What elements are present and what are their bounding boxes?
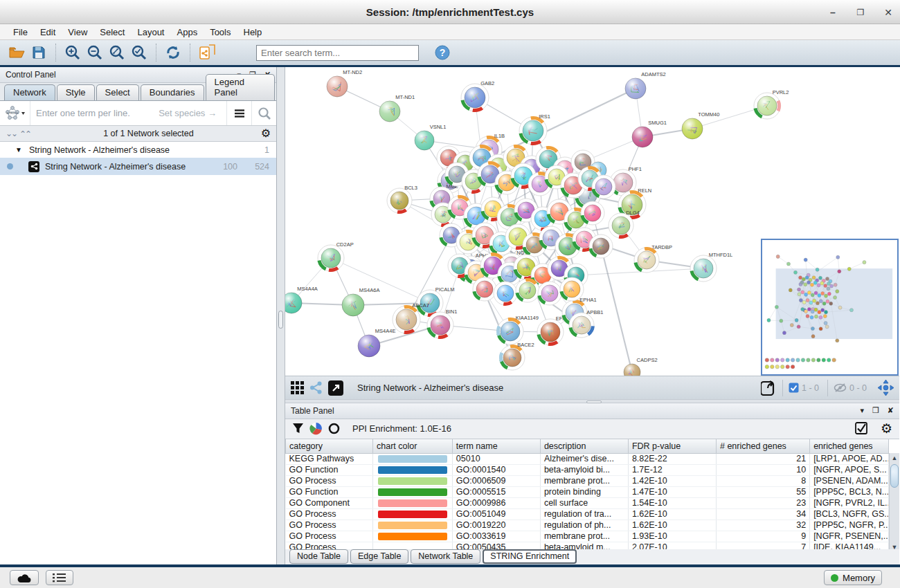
refresh-button[interactable]	[162, 42, 184, 63]
menu-item-select[interactable]: Select	[93, 26, 131, 39]
table-row[interactable]: GO ProcessGO:0019220regulation of ph...1…	[286, 520, 889, 531]
network-node[interactable]: MTHFD1L	[690, 252, 732, 282]
selected-checkbox-icon[interactable]	[789, 383, 799, 393]
collapse-triangle-icon[interactable]: ▼	[15, 146, 22, 154]
close-button[interactable]: ✕	[882, 7, 894, 18]
string-search-button[interactable]	[251, 101, 276, 125]
tab-network[interactable]: Network	[4, 84, 55, 100]
menu-item-help[interactable]: Help	[237, 26, 269, 39]
zoom-out-button[interactable]	[84, 42, 106, 63]
network-node[interactable]: ABCA7	[393, 302, 429, 333]
menu-item-tools[interactable]: Tools	[204, 26, 237, 39]
string-share-button[interactable]	[309, 381, 323, 394]
network-node[interactable]	[589, 235, 613, 258]
menu-item-apps[interactable]: Apps	[171, 26, 204, 39]
column-header-chart-color[interactable]: chart color	[373, 439, 453, 453]
network-node[interactable]: CD2AP	[318, 241, 354, 271]
cloud-sync-button[interactable]	[10, 570, 39, 585]
table-row[interactable]: KEGG Pathways05010Alzheimer's dise...8.8…	[286, 453, 889, 464]
network-node[interactable]: GAB2	[461, 80, 494, 111]
tab-legend-panel[interactable]: Legend Panel	[206, 74, 275, 100]
help-button[interactable]: ?	[431, 42, 453, 63]
network-node[interactable]: KIAA1149	[497, 315, 539, 344]
export-network-button[interactable]	[196, 42, 218, 63]
open-session-button[interactable]	[6, 42, 28, 63]
string-query-input[interactable]: Enter one term per line.	[30, 108, 159, 118]
network-node[interactable]: BCL3	[387, 185, 417, 213]
tab-string-enrichment[interactable]: STRING Enrichment	[483, 549, 577, 564]
birdseye-toggle-button[interactable]	[878, 380, 894, 396]
network-node[interactable]	[516, 279, 539, 302]
minimize-button[interactable]: –	[827, 7, 839, 18]
save-session-button[interactable]	[28, 42, 50, 63]
panel-splitter-horizontal[interactable]	[285, 399, 899, 403]
tab-network-table[interactable]: Network Table	[411, 549, 480, 564]
export-view-button[interactable]	[761, 380, 777, 396]
scroll-up-arrow[interactable]: ▲	[890, 453, 899, 463]
expand-all-icon[interactable]: ⌄⌄	[6, 129, 17, 138]
column-header-term-name[interactable]: term name	[452, 439, 540, 453]
menu-item-file[interactable]: File	[7, 26, 34, 39]
tab-node-table[interactable]: Node Table	[289, 549, 348, 564]
tab-edge-table[interactable]: Edge Table	[350, 549, 408, 564]
table-row[interactable]: GO FunctionGO:0001540beta-amyloid bi...1…	[286, 464, 889, 475]
task-history-button[interactable]	[46, 570, 73, 585]
table-row[interactable]: GO ProcessGO:0051049regulation of tra...…	[286, 508, 889, 520]
network-node[interactable]	[494, 282, 517, 305]
string-options-button[interactable]	[226, 101, 251, 125]
zoom-selected-button[interactable]	[128, 42, 150, 63]
clear-charts-button[interactable]	[328, 423, 340, 434]
birdseye-view[interactable]	[761, 239, 899, 376]
collapse-all-icon[interactable]: ⌄⌄	[21, 129, 32, 138]
zoom-fit-button[interactable]	[106, 42, 128, 63]
table-row[interactable]: GO ProcessGO:0033619membrane prot...1.93…	[286, 531, 889, 542]
network-node[interactable]	[473, 277, 496, 301]
enrichment-settings-gear-icon[interactable]: ⚙	[881, 422, 892, 435]
open-in-string-button[interactable]	[328, 380, 343, 396]
network-node[interactable]: DLG4	[609, 210, 640, 238]
search-input[interactable]	[256, 45, 419, 61]
menu-item-layout[interactable]: Layout	[131, 26, 170, 39]
maximize-button[interactable]: ❐	[854, 8, 867, 17]
network-node[interactable]: MS4A4A	[285, 286, 318, 313]
table-row[interactable]: GO FunctionGO:0005515protein binding1.47…	[286, 486, 889, 497]
network-node[interactable]: IRS1	[519, 113, 550, 145]
close-panel-icon[interactable]: ✘	[888, 406, 894, 415]
scroll-thumb[interactable]	[890, 464, 899, 488]
network-node[interactable]	[538, 282, 561, 305]
network-collection-row[interactable]: ▼ String Network - Alzheimer's disease 1	[0, 142, 276, 158]
network-node[interactable]	[560, 277, 584, 301]
tab-boundaries[interactable]: Boundaries	[141, 84, 204, 100]
network-node[interactable]	[581, 201, 604, 225]
network-node[interactable]: MT-ND1	[379, 94, 415, 122]
grid-view-button[interactable]	[291, 381, 304, 394]
string-protein-query-dropdown[interactable]: STRING	[0, 101, 30, 125]
table-row[interactable]: GO ProcessGO:0006509membrane prot...1.42…	[286, 475, 889, 486]
column-header-FDR-p-value[interactable]: FDR p-value	[628, 439, 716, 453]
table-row[interactable]: GO ProcessGO:0050435beta-amyloid m...2.0…	[286, 542, 889, 549]
birdseye-viewport[interactable]	[776, 268, 893, 339]
hidden-eye-icon[interactable]	[834, 383, 847, 393]
network-row-selected[interactable]: String Network - Alzheimer's disease 100…	[0, 158, 276, 175]
select-rows-button[interactable]	[855, 422, 868, 435]
splitter-grip[interactable]	[586, 401, 602, 403]
memory-button[interactable]: Memory	[824, 570, 882, 585]
network-node[interactable]: PVRL2	[754, 89, 789, 119]
panel-splitter-vertical[interactable]	[277, 67, 285, 564]
tab-select[interactable]: Select	[96, 84, 139, 100]
tab-style[interactable]: Style	[57, 84, 95, 100]
network-canvas[interactable]: MT-ND2MT-ND1VSNL1GAB2IRS1IL1BADAMTS2PVRL…	[285, 67, 899, 376]
network-node[interactable]	[592, 175, 615, 199]
network-node[interactable]: TARDBP	[634, 244, 672, 273]
network-options-gear-icon[interactable]: ⚙	[261, 128, 271, 139]
column-header--enriched-genes[interactable]: # enriched genes	[716, 439, 809, 453]
column-header-description[interactable]: description	[540, 439, 628, 453]
network-node[interactable]: TOMM40	[682, 111, 719, 139]
column-header-enriched-genes[interactable]: enriched genes	[810, 439, 889, 453]
network-node[interactable]: BACE2	[500, 342, 534, 370]
table-row[interactable]: GO ComponentGO:0009986cell surface1.54E-…	[286, 497, 889, 508]
network-node[interactable]: VSNL1	[415, 124, 446, 150]
network-node[interactable]: ADAMTS2	[625, 71, 666, 99]
network-node[interactable]: MS4A6A	[342, 287, 379, 316]
zoom-in-button[interactable]	[62, 42, 84, 63]
